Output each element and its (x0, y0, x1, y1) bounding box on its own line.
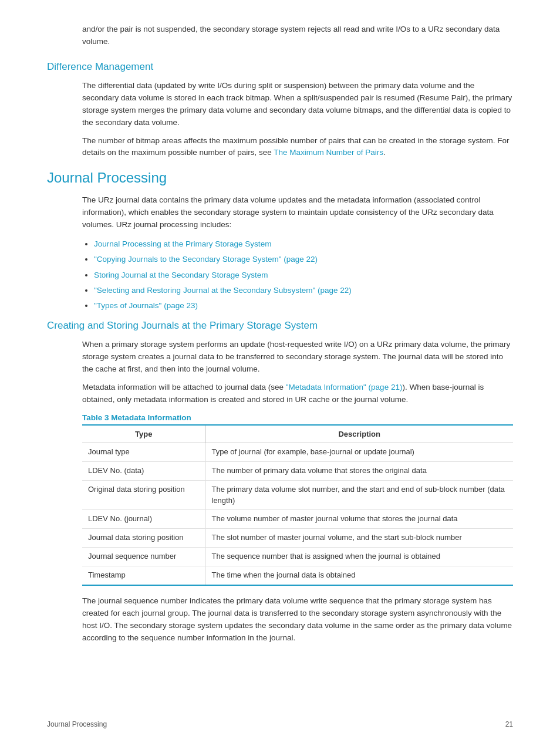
table-row: Journal typeType of journal (for example… (82, 443, 513, 462)
journal-processing-body: The URz journal data contains the primar… (47, 194, 513, 231)
journal-para1: The URz journal data contains the primar… (82, 194, 513, 231)
bullet-link-2[interactable]: "Copying Journals to the Secondary Stora… (94, 255, 318, 264)
table-cell-type: Journal type (82, 443, 205, 462)
table-row: LDEV No. (journal)The volume number of m… (82, 510, 513, 529)
intro-paragraph: and/or the pair is not suspended, the se… (47, 23, 513, 48)
page-footer: Journal Processing 21 (47, 720, 513, 728)
metadata-info-link[interactable]: "Metadata Information" (page 21) (286, 383, 403, 391)
creating-storing-heading: Creating and Storing Journals at the Pri… (47, 320, 513, 332)
closing-paragraph: The journal sequence number indicates th… (47, 595, 513, 644)
list-item: "Copying Journals to the Secondary Stora… (94, 254, 513, 265)
col-header-description: Description (205, 425, 513, 443)
creating-para2: Metadata information will be attached to… (82, 382, 513, 406)
table-cell-type: LDEV No. (journal) (82, 510, 205, 529)
table-cell-description: The time when the journal data is obtain… (205, 566, 513, 585)
table-row: TimestampThe time when the journal data … (82, 566, 513, 585)
table-caption: Table 3 Metadata Information (47, 413, 513, 422)
table-row: Journal sequence numberThe sequence numb… (82, 548, 513, 566)
diff-para1: The differential data (updated by write … (82, 80, 513, 129)
journal-bullet-list: Journal Processing at the Primary Storag… (47, 238, 513, 312)
table-cell-description: The number of primary data volume that s… (205, 461, 513, 480)
difference-management-body: The differential data (updated by write … (47, 80, 513, 160)
creating-storing-body: When a primary storage system performs a… (47, 339, 513, 406)
closing-text: The journal sequence number indicates th… (82, 595, 513, 644)
table-row: Original data storing positionThe primar… (82, 480, 513, 510)
bullet-link-3[interactable]: Storing Journal at the Secondary Storage… (94, 271, 268, 279)
table-cell-type: Original data storing position (82, 480, 205, 510)
list-item: Journal Processing at the Primary Storag… (94, 238, 513, 250)
col-header-type: Type (82, 425, 205, 443)
footer-right: 21 (505, 720, 513, 728)
table-cell-description: The volume number of master journal volu… (205, 510, 513, 529)
max-number-link[interactable]: The Maximum Number of Pairs (274, 148, 383, 157)
diff-para2: The number of bitmap areas affects the m… (82, 135, 513, 160)
difference-management-heading: Difference Management (47, 61, 513, 73)
table-row: LDEV No. (data)The number of primary dat… (82, 461, 513, 480)
diff-para2-suffix: . (383, 148, 386, 157)
table-cell-type: Journal sequence number (82, 548, 205, 566)
list-item: Storing Journal at the Secondary Storage… (94, 269, 513, 281)
creating-para1: When a primary storage system performs a… (82, 339, 513, 376)
table-cell-description: The sequence number that is assigned whe… (205, 548, 513, 566)
table-cell-type: Timestamp (82, 566, 205, 585)
table-cell-description: The slot number of master journal volume… (205, 529, 513, 548)
table-cell-description: The primary data volume slot number, and… (205, 480, 513, 510)
table-cell-type: LDEV No. (data) (82, 461, 205, 480)
metadata-table-wrapper: Type Description Journal typeType of jou… (47, 424, 513, 586)
table-row: Journal data storing positionThe slot nu… (82, 529, 513, 548)
footer-left: Journal Processing (47, 720, 107, 728)
metadata-table: Type Description Journal typeType of jou… (82, 424, 513, 586)
bullet-link-5[interactable]: "Types of Journals" (page 23) (94, 301, 198, 310)
table-cell-type: Journal data storing position (82, 529, 205, 548)
intro-text: and/or the pair is not suspended, the se… (82, 25, 500, 46)
bullet-link-4[interactable]: "Selecting and Restoring Journal at the … (94, 286, 352, 295)
list-item: "Types of Journals" (page 23) (94, 300, 513, 312)
page: and/or the pair is not suspended, the se… (0, 0, 560, 746)
list-item: "Selecting and Restoring Journal at the … (94, 285, 513, 296)
journal-processing-heading: Journal Processing (47, 170, 513, 186)
creating-para2-prefix: Metadata information will be attached to… (82, 383, 286, 391)
table-cell-description: Type of journal (for example, base-journ… (205, 443, 513, 462)
bullet-link-1[interactable]: Journal Processing at the Primary Storag… (94, 239, 271, 248)
